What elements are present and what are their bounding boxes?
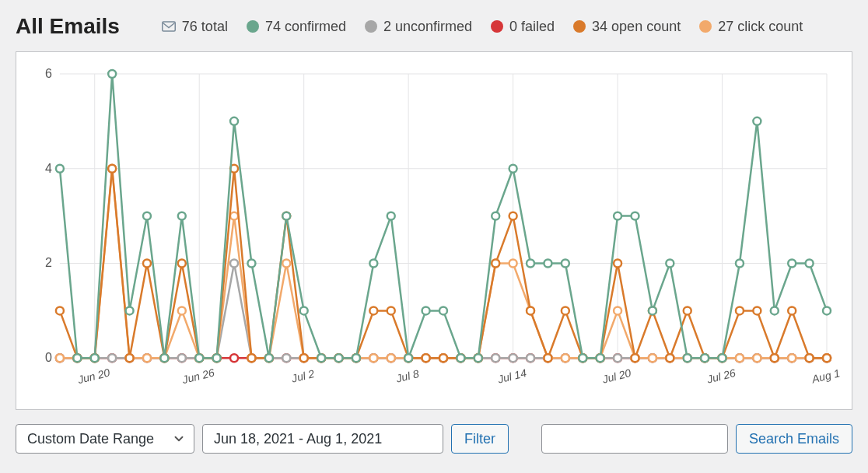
- legend-failed[interactable]: 0 failed: [491, 19, 555, 35]
- svg-text:Jul 2: Jul 2: [289, 367, 316, 385]
- svg-point-167: [178, 260, 186, 268]
- svg-point-249: [823, 307, 831, 314]
- dot-icon: [573, 20, 586, 33]
- svg-text:Jun 20: Jun 20: [75, 366, 111, 386]
- svg-point-222: [352, 354, 360, 362]
- svg-point-209: [126, 307, 134, 314]
- svg-point-154: [736, 354, 744, 362]
- svg-point-231: [509, 165, 517, 173]
- svg-point-181: [422, 354, 430, 362]
- svg-point-83: [282, 354, 290, 362]
- svg-text:Jul 14: Jul 14: [495, 366, 527, 386]
- svg-point-179: [387, 307, 395, 314]
- svg-point-236: [597, 354, 604, 362]
- legend-open-count[interactable]: 34 open count: [573, 19, 681, 35]
- svg-point-245: [753, 117, 761, 125]
- svg-point-193: [632, 354, 639, 362]
- svg-text:Jun 26: Jun 26: [180, 366, 216, 386]
- svg-point-201: [771, 354, 779, 362]
- svg-point-237: [614, 212, 621, 220]
- legend-unconfirmed-text: 2 unconfirmed: [383, 19, 472, 35]
- legend-total[interactable]: 76 total: [162, 19, 228, 35]
- svg-point-133: [369, 354, 377, 362]
- svg-point-185: [492, 260, 499, 268]
- svg-point-97: [527, 354, 534, 362]
- svg-point-228: [457, 354, 464, 362]
- svg-point-238: [632, 212, 639, 220]
- svg-point-77: [178, 354, 186, 362]
- legend-unconfirmed[interactable]: 2 unconfirmed: [365, 19, 472, 35]
- svg-point-96: [509, 354, 517, 362]
- svg-point-95: [492, 354, 499, 362]
- legend-click-count-text: 27 click count: [718, 19, 803, 35]
- svg-point-218: [282, 212, 290, 220]
- svg-point-189: [562, 307, 569, 314]
- svg-point-35: [230, 354, 238, 362]
- svg-point-242: [701, 354, 709, 362]
- svg-point-207: [91, 354, 99, 362]
- svg-point-164: [126, 354, 134, 362]
- svg-text:2: 2: [45, 256, 52, 269]
- svg-point-248: [806, 260, 814, 268]
- svg-point-188: [544, 354, 551, 362]
- chevron-down-icon: [172, 432, 186, 446]
- date-range-select[interactable]: Custom Date Range: [16, 424, 194, 454]
- date-range-input[interactable]: Jun 18, 2021 - Aug 1, 2021: [202, 424, 443, 454]
- svg-point-134: [387, 354, 395, 362]
- email-chart: 0246Jun 20Jun 26Jul 2Jul 8Jul 14Jul 20Ju…: [16, 51, 852, 410]
- dot-icon: [699, 20, 712, 33]
- svg-point-226: [422, 307, 430, 314]
- svg-point-120: [143, 354, 151, 362]
- svg-point-165: [143, 260, 151, 268]
- svg-point-147: [614, 307, 621, 314]
- svg-point-227: [439, 307, 447, 314]
- svg-point-141: [509, 260, 517, 268]
- svg-point-199: [736, 307, 744, 314]
- legend-confirmed[interactable]: 74 confirmed: [247, 19, 346, 35]
- legend-open-count-text: 34 open count: [592, 19, 681, 35]
- svg-point-211: [160, 354, 168, 362]
- svg-point-187: [527, 307, 534, 314]
- svg-point-221: [335, 354, 343, 362]
- search-input[interactable]: [541, 424, 728, 454]
- legend-click-count[interactable]: 27 click count: [699, 19, 803, 35]
- svg-point-163: [108, 165, 116, 173]
- svg-point-125: [230, 212, 238, 220]
- svg-point-182: [439, 354, 447, 362]
- svg-point-224: [387, 212, 395, 220]
- search-emails-button[interactable]: Search Emails: [736, 424, 852, 454]
- svg-point-160: [56, 307, 64, 314]
- svg-point-232: [527, 260, 534, 268]
- svg-point-213: [195, 354, 203, 362]
- svg-point-186: [509, 212, 517, 220]
- page-title: All Emails: [16, 14, 120, 39]
- svg-point-243: [719, 354, 726, 362]
- svg-point-195: [666, 354, 674, 362]
- svg-point-202: [788, 307, 796, 314]
- legend-confirmed-text: 74 confirmed: [265, 19, 346, 35]
- svg-point-205: [56, 165, 64, 173]
- svg-point-215: [230, 117, 238, 125]
- svg-point-73: [108, 354, 116, 362]
- svg-point-102: [614, 354, 621, 362]
- dot-icon: [247, 20, 259, 33]
- legend-total-text: 76 total: [182, 19, 228, 35]
- svg-point-203: [806, 354, 814, 362]
- svg-text:Jul 8: Jul 8: [394, 367, 421, 385]
- svg-point-157: [788, 354, 796, 362]
- svg-point-204: [823, 354, 831, 362]
- svg-rect-0: [163, 22, 176, 31]
- svg-text:6: 6: [45, 67, 52, 80]
- svg-point-178: [369, 307, 377, 314]
- svg-point-115: [56, 354, 64, 362]
- filter-button[interactable]: Filter: [451, 424, 509, 454]
- svg-text:Jul 20: Jul 20: [600, 366, 632, 386]
- envelope-icon: [162, 21, 176, 32]
- svg-point-230: [492, 212, 499, 220]
- date-range-value: Jun 18, 2021 - Aug 1, 2021: [214, 431, 382, 447]
- date-range-select-label: Custom Date Range: [27, 431, 154, 447]
- svg-text:Aug 1: Aug 1: [810, 366, 841, 386]
- svg-point-246: [771, 307, 779, 314]
- svg-point-220: [317, 354, 325, 362]
- svg-point-235: [579, 354, 586, 362]
